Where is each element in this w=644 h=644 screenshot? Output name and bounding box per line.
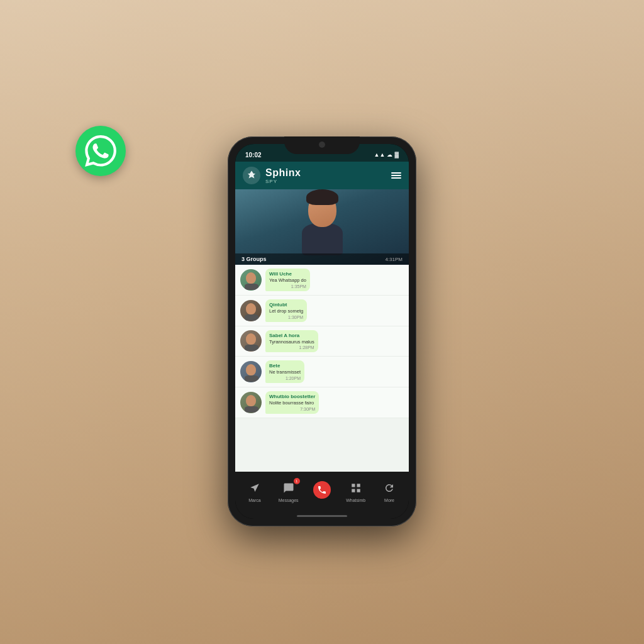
nav-item-call[interactable]	[313, 481, 331, 500]
chat-item[interactable]: Whutbio boostetter Nolite bourrasse fair…	[235, 387, 409, 418]
avatar-body-small	[245, 345, 258, 351]
nav-icon-call	[313, 481, 331, 499]
message-bubble: Qintubt Let drop sometg 1:30PM	[265, 299, 307, 322]
sphinx-wing-icon	[246, 170, 257, 181]
message-text: Nolite bourrasse fairo	[269, 400, 315, 406]
status-time: 10:02	[245, 152, 262, 158]
nav-icon-whatsimb	[347, 479, 365, 497]
message-sender: Bete	[269, 363, 301, 369]
message-text: Ne transmisset	[269, 369, 301, 375]
app-name: Sphinx	[265, 167, 386, 179]
avatar-body-small	[245, 406, 258, 413]
avatar-head-small	[246, 303, 256, 314]
nav-icon-marca	[246, 479, 264, 497]
avatar	[240, 300, 262, 321]
phone-camera	[319, 142, 325, 148]
nav-label-messages: Messages	[279, 498, 299, 502]
avatar-face	[245, 395, 257, 410]
message-time: 1:28PM	[269, 345, 314, 350]
chat-item[interactable]: Bete Ne transmisset 1:20PM	[235, 357, 409, 387]
message-bubble: Will Uche Yea Whatsapp do 1:35PM	[265, 269, 310, 291]
profile-photo: 3 Groups 4:31PM	[235, 189, 409, 265]
chat-list: Will Uche Yea Whatsapp do 1:35PM	[235, 265, 409, 472]
avatar-face	[245, 303, 257, 318]
chat-content: Qintubt Let drop sometg 1:30PM	[265, 299, 404, 322]
app-header: Sphinx SPY	[235, 162, 409, 189]
chat-content: Bete Ne transmisset 1:20PM	[265, 360, 404, 383]
scene: 10:02 ▲▲ ☁ ▓ Sphinx SPY	[0, 0, 644, 644]
bird-icon	[249, 482, 260, 494]
avatar-head-small	[246, 272, 256, 284]
nav-item-messages[interactable]: 1 Messages	[279, 479, 299, 502]
avatar	[240, 361, 262, 382]
message-text: Tyrannosaurus malus	[269, 339, 314, 345]
header-logo	[243, 167, 260, 184]
avatar-body-small	[245, 284, 258, 290]
phone-screen: 10:02 ▲▲ ☁ ▓ Sphinx SPY	[235, 144, 409, 519]
message-time: 7:30PM	[269, 407, 315, 411]
chat-content: Sabel A hora Tyrannosaurus malus 1:28PM	[265, 330, 404, 353]
phone: 10:02 ▲▲ ☁ ▓ Sphinx SPY	[228, 136, 416, 526]
status-icons: ▲▲ ☁ ▓	[374, 152, 399, 158]
message-sender: Qintubt	[269, 302, 303, 308]
message-text: Let drop sometg	[269, 308, 303, 314]
chat-item[interactable]: Sabel A hora Tyrannosaurus malus 1:28PM	[235, 326, 409, 357]
bottom-navigation: Marca 1 Messages	[235, 472, 409, 513]
avatar-head-small	[246, 333, 256, 345]
nav-label-whatsimb: Whatsimb	[346, 498, 365, 502]
home-indicator	[235, 513, 409, 519]
message-sender: Sabel A hora	[269, 333, 314, 338]
avatar	[240, 392, 262, 413]
chat-content: Will Uche Yea Whatsapp do 1:35PM	[265, 269, 404, 291]
avatar-body-small	[245, 375, 258, 382]
chat-item[interactable]: Will Uche Yea Whatsapp do 1:35PM	[235, 265, 409, 296]
menu-button[interactable]	[391, 172, 401, 179]
phone-icon	[317, 485, 327, 495]
nav-icon-more	[380, 479, 398, 497]
refresh-icon	[384, 482, 395, 494]
home-bar	[297, 515, 347, 517]
nav-label-more: More	[384, 498, 394, 502]
battery-icon: ▓	[394, 152, 399, 158]
chat-icon	[283, 482, 294, 494]
message-time: 1:20PM	[269, 376, 301, 380]
contact-avatar	[297, 192, 347, 262]
avatar	[240, 330, 262, 352]
avatar-head-small	[246, 364, 256, 375]
avatar-body	[302, 224, 343, 255]
chat-item[interactable]: Qintubt Let drop sometg 1:30PM	[235, 296, 409, 326]
nav-item-marca[interactable]: Marca	[246, 479, 264, 502]
menu-line-1	[391, 172, 401, 174]
whatsapp-logo	[75, 126, 126, 176]
wifi-icon: ☁	[387, 152, 392, 158]
nav-item-more[interactable]: More	[380, 479, 398, 502]
message-time: 1:30PM	[269, 315, 303, 319]
app-subtitle: SPY	[265, 179, 386, 184]
contact-info-bar: 3 Groups 4:31PM	[235, 253, 409, 265]
avatar-head	[308, 192, 336, 227]
messages-badge: 1	[294, 478, 300, 484]
avatar-face	[245, 333, 257, 348]
avatar	[240, 269, 262, 291]
contact-groups-label: 3 Groups	[242, 256, 267, 262]
nav-label-marca: Marca	[248, 498, 260, 502]
menu-line-3	[391, 177, 401, 179]
grid-icon	[350, 482, 362, 494]
avatar-face	[245, 272, 257, 287]
menu-line-2	[391, 175, 401, 176]
whatsapp-icon	[85, 135, 116, 167]
header-title: Sphinx SPY	[265, 167, 386, 184]
message-time: 1:35PM	[269, 284, 306, 289]
signal-icon: ▲▲	[374, 152, 386, 158]
contact-last-seen: 4:31PM	[385, 257, 402, 262]
message-text: Yea Whatsapp do	[269, 277, 306, 284]
avatar-body-small	[245, 314, 258, 321]
avatar-hair	[306, 189, 338, 205]
chat-content: Whutbio boostetter Nolite bourrasse fair…	[265, 391, 404, 414]
nav-item-whatsimb[interactable]: Whatsimb	[346, 479, 365, 502]
message-sender: Whutbio boostetter	[269, 394, 315, 399]
message-bubble: Bete Ne transmisset 1:20PM	[265, 360, 304, 383]
avatar-face	[245, 364, 257, 379]
message-bubble: Whutbio boostetter Nolite bourrasse fair…	[265, 391, 319, 414]
message-bubble: Sabel A hora Tyrannosaurus malus 1:28PM	[265, 330, 318, 353]
